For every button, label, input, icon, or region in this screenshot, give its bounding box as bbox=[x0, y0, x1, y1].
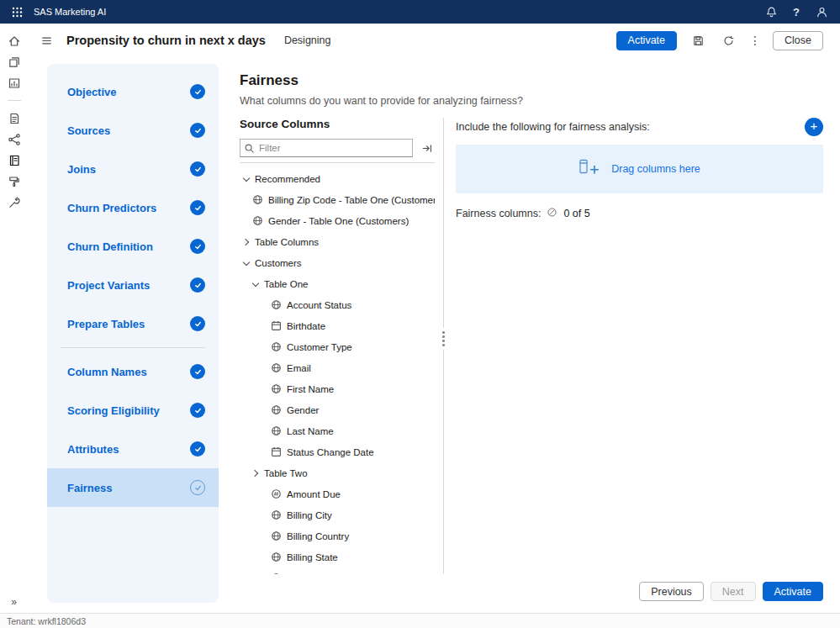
filter-input[interactable] bbox=[240, 139, 413, 157]
wrench-icon[interactable] bbox=[3, 192, 25, 213]
step-label: Column Names bbox=[67, 366, 147, 378]
step-attributes[interactable]: Attributes bbox=[47, 430, 219, 468]
left-icon-rail: » bbox=[0, 24, 28, 613]
tree-item[interactable]: Birthdate bbox=[240, 315, 435, 336]
mode-label: Designing bbox=[284, 34, 331, 46]
date-column-icon bbox=[271, 446, 282, 457]
tree-group-table-columns[interactable]: Table Columns bbox=[240, 231, 435, 252]
no-columns-icon bbox=[547, 207, 557, 220]
copy-icon[interactable] bbox=[3, 51, 25, 72]
source-columns-heading: Source Columns bbox=[240, 118, 435, 130]
step-complete-icon bbox=[190, 316, 205, 331]
character-column-icon bbox=[271, 383, 282, 394]
flow-icon[interactable] bbox=[3, 129, 25, 150]
tree-group-customers[interactable]: Customers bbox=[240, 252, 435, 273]
dropzone-label: Drag columns here bbox=[611, 163, 700, 175]
tree-item[interactable]: Account Status bbox=[240, 294, 435, 315]
tree-item[interactable]: Gender bbox=[240, 399, 435, 420]
chevron-right-icon[interactable] bbox=[241, 237, 251, 246]
chevron-down-icon[interactable] bbox=[241, 258, 251, 267]
activate-button[interactable]: Activate bbox=[616, 31, 677, 50]
section-question: What columns do you want to provide for … bbox=[240, 95, 823, 107]
character-column-icon bbox=[271, 509, 282, 520]
notebook-icon[interactable] bbox=[3, 150, 25, 171]
splitter-handle-icon[interactable] bbox=[440, 328, 447, 350]
tree-item-label: Table One bbox=[264, 279, 308, 289]
step-sources[interactable]: Sources bbox=[47, 111, 219, 150]
character-column-icon bbox=[271, 425, 282, 436]
step-project-variants[interactable]: Project Variants bbox=[47, 266, 219, 304]
tree-item[interactable]: Email bbox=[240, 357, 435, 378]
step-label: Joins bbox=[67, 163, 96, 176]
step-churn-definition[interactable]: Churn Definition bbox=[47, 227, 219, 266]
next-button[interactable]: Next bbox=[711, 582, 756, 601]
tenant-label: Tenant: wrkfl1806d3 bbox=[7, 616, 86, 626]
steps-divider bbox=[61, 347, 205, 348]
tree-item[interactable]: Billing State bbox=[240, 546, 435, 567]
close-button[interactable]: Close bbox=[773, 31, 823, 50]
tree-item[interactable]: Last Name bbox=[240, 420, 435, 441]
step-complete-icon bbox=[190, 200, 205, 215]
step-churn-predictors[interactable]: Churn Predictors bbox=[47, 188, 219, 227]
step-complete-icon bbox=[190, 403, 205, 418]
step-label: Project Variants bbox=[67, 279, 150, 292]
step-column-names[interactable]: Column Names bbox=[47, 352, 219, 391]
notifications-icon[interactable] bbox=[763, 3, 779, 20]
home-icon[interactable] bbox=[3, 30, 25, 51]
tree-item[interactable]: First Name bbox=[240, 378, 435, 399]
tree-item[interactable]: Billing Zip Code bbox=[240, 567, 435, 574]
tree-group-table-one[interactable]: Table One bbox=[240, 273, 435, 294]
chevron-down-icon[interactable] bbox=[241, 174, 251, 183]
tree-group-recommended[interactable]: Recommended bbox=[240, 168, 435, 189]
step-prepare-tables[interactable]: Prepare Tables bbox=[47, 304, 219, 343]
add-column-icon bbox=[578, 159, 601, 179]
collapse-tree-icon[interactable] bbox=[420, 140, 435, 156]
tree-item[interactable]: Billing City bbox=[240, 504, 435, 525]
steps-panel: Objective Sources Joins Churn Predictors… bbox=[47, 64, 219, 603]
activate-button-footer[interactable]: Activate bbox=[763, 582, 823, 601]
tree-group-table-two[interactable]: Table Two bbox=[240, 462, 435, 483]
step-scoring-eligibility[interactable]: Scoring Eligibility bbox=[47, 391, 219, 430]
character-column-icon bbox=[271, 551, 282, 562]
fairness-columns-count: 0 of 5 bbox=[563, 208, 589, 219]
app-title: SAS Marketing AI bbox=[34, 7, 106, 17]
help-icon[interactable]: ? bbox=[788, 3, 805, 20]
character-column-icon bbox=[252, 215, 263, 226]
previous-button[interactable]: Previous bbox=[639, 582, 704, 601]
paint-roller-icon[interactable] bbox=[3, 171, 25, 192]
tree-item[interactable]: Amount Due bbox=[240, 483, 435, 504]
document-icon[interactable] bbox=[3, 108, 25, 129]
add-fairness-column-button[interactable]: + bbox=[805, 118, 823, 136]
step-label: Scoring Eligibility bbox=[67, 404, 160, 417]
search-icon bbox=[244, 142, 255, 157]
step-objective[interactable]: Objective bbox=[47, 72, 219, 111]
page-title: Propensity to churn in next x days bbox=[66, 34, 266, 47]
tree-item[interactable]: Billing Country bbox=[240, 525, 435, 546]
tree-item-label: Table Columns bbox=[255, 237, 319, 247]
expand-rail-icon[interactable]: » bbox=[11, 596, 17, 608]
chevron-right-icon[interactable] bbox=[251, 468, 260, 478]
tree-item[interactable]: Customer Type bbox=[240, 336, 435, 357]
menu-icon[interactable] bbox=[38, 32, 55, 49]
panel-splitter[interactable] bbox=[443, 118, 444, 574]
step-label: Fairness bbox=[67, 482, 112, 494]
tree-item-label: Account Status bbox=[287, 300, 351, 310]
user-icon[interactable] bbox=[813, 3, 830, 20]
tree-item-label: Recommended bbox=[255, 174, 320, 184]
section-title: Fairness bbox=[240, 72, 823, 89]
tree-item[interactable]: Billing Zip Code - Table One (Customers) bbox=[240, 189, 435, 210]
app-switcher-icon[interactable] bbox=[8, 3, 25, 20]
tree-item-label: Billing Zip Code - Table One (Customers) bbox=[268, 195, 435, 205]
chevron-down-icon[interactable] bbox=[251, 279, 260, 288]
step-fairness[interactable]: Fairness bbox=[47, 468, 219, 507]
tree-item[interactable]: Status Change Date bbox=[240, 441, 435, 462]
step-joins[interactable]: Joins bbox=[47, 150, 219, 188]
report-icon[interactable] bbox=[3, 72, 25, 93]
more-options-icon[interactable]: ⋮ bbox=[749, 34, 761, 47]
tree-item-label: Status Change Date bbox=[287, 447, 374, 457]
save-icon[interactable] bbox=[689, 31, 707, 50]
fairness-dropzone[interactable]: Drag columns here bbox=[456, 145, 823, 193]
tree-item[interactable]: Gender - Table One (Customers) bbox=[240, 210, 435, 231]
filter-field bbox=[240, 139, 413, 157]
refresh-icon[interactable] bbox=[719, 31, 737, 50]
